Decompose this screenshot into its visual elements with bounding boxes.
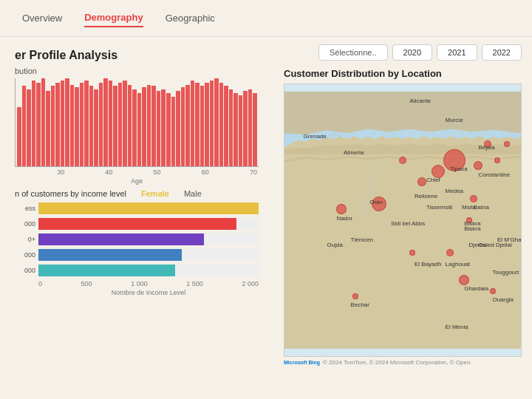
age-bar xyxy=(181,87,185,166)
year-filter-2021[interactable]: 2021 xyxy=(437,44,477,61)
age-bar xyxy=(248,89,253,166)
age-bar xyxy=(128,85,132,166)
age-bar xyxy=(51,86,55,166)
income-bar-label: 000 xyxy=(15,251,35,259)
map-dot xyxy=(504,141,510,147)
left-panel: er Profile Analysis bution 30 40 50 60 7… xyxy=(0,37,273,399)
age-bar xyxy=(214,78,219,166)
year-filter-2022[interactable]: 2022 xyxy=(482,44,522,61)
age-bar xyxy=(61,81,65,166)
income-bar-fill xyxy=(38,233,204,245)
age-bar xyxy=(233,93,238,166)
right-panel: Sélectionne.. 2020 2021 2022 Customer Di… xyxy=(273,37,532,399)
income-bar-row: 000 xyxy=(15,265,259,276)
age-bar xyxy=(151,86,156,166)
income-x-axis: 0 500 1 000 1 500 2 000 xyxy=(38,280,259,287)
map-location-label: Biskra xyxy=(464,220,480,227)
age-bar xyxy=(171,97,176,166)
age-bar xyxy=(205,83,209,166)
header-nav: Overview Demography Geographic xyxy=(0,0,532,37)
age-bar xyxy=(142,87,146,166)
map-dot xyxy=(417,177,426,186)
map-location-label: El Menia xyxy=(446,324,468,330)
income-legend-female: Female xyxy=(141,189,169,198)
map-container[interactable]: AlicanteMurcieTipazaMedeaChlefRelizeneSi… xyxy=(284,83,522,357)
map-location-label: Tipaza xyxy=(450,166,468,172)
age-bar xyxy=(118,83,123,166)
map-location-label: Tlemcen xyxy=(351,236,374,243)
map-location-label: Laghouat xyxy=(446,261,470,267)
bing-logo: Microsoft Bing xyxy=(284,360,320,365)
map-location-label: Almeria xyxy=(344,149,364,156)
age-chart-container: 30 40 50 60 70 Age xyxy=(15,78,259,182)
age-bar xyxy=(27,89,31,166)
map-location-label: El Bayadh xyxy=(415,261,441,267)
age-bar xyxy=(36,83,41,166)
age-bar xyxy=(200,86,205,166)
year-filter-2020[interactable]: 2020 xyxy=(392,44,432,61)
age-bar xyxy=(176,91,180,166)
age-bar xyxy=(46,91,50,166)
income-bar-row: 000 xyxy=(15,249,259,261)
age-bar xyxy=(99,83,103,166)
income-bar-label: 000 xyxy=(15,220,35,228)
map-dots-layer: AlicanteMurcieTipazaMedeaChlefRelizeneSi… xyxy=(284,84,521,356)
income-bar-fill xyxy=(38,249,182,261)
age-axis-label: Age xyxy=(15,177,259,185)
map-dot xyxy=(446,249,454,256)
age-bar xyxy=(195,83,200,166)
age-bar xyxy=(253,93,257,166)
age-bar xyxy=(103,78,108,166)
age-bar xyxy=(75,87,79,166)
nav-geographic[interactable]: Geographic xyxy=(166,10,215,27)
age-bar xyxy=(229,89,233,166)
age-bar xyxy=(84,81,89,166)
income-bar-fill xyxy=(38,218,236,230)
map-location-label: Touggourt xyxy=(493,269,519,276)
income-bar-fill xyxy=(38,265,175,276)
age-bar xyxy=(243,91,248,166)
income-bar-row: 0+ xyxy=(15,233,259,245)
map-location-label: Batna xyxy=(474,204,489,211)
map-location-label: Relizene xyxy=(415,193,437,200)
map-location-label: Murcie xyxy=(446,117,463,123)
map-location-label: Tissemsilt xyxy=(426,204,452,211)
map-dot xyxy=(409,250,415,256)
map-dot xyxy=(399,157,406,164)
year-select-dropdown[interactable]: Sélectionne.. xyxy=(318,44,388,61)
map-location-label: Msila xyxy=(462,204,476,211)
map-location-label: Chlef xyxy=(426,177,440,183)
age-bar xyxy=(17,107,21,166)
map-dot xyxy=(432,165,445,178)
nav-demography[interactable]: Demography xyxy=(84,9,143,27)
map-location-label: Medea xyxy=(446,188,463,194)
age-bar xyxy=(210,81,214,166)
age-bar xyxy=(41,78,46,166)
income-legend-male: Male xyxy=(184,189,202,198)
age-bar xyxy=(123,81,127,166)
age-bar xyxy=(224,86,228,166)
age-bar xyxy=(147,85,151,166)
income-section-title: n of customers by income level Female Ma… xyxy=(15,189,259,198)
map-location-label: Ouargla xyxy=(493,296,514,303)
map-dot xyxy=(470,195,477,202)
map-footer: Microsoft Bing © 2024 TomTom, © 2024 Mic… xyxy=(284,359,522,366)
income-x-label: Nombre de Income Level xyxy=(38,289,259,296)
map-dot xyxy=(490,288,496,294)
map-location-label: Bejaia xyxy=(478,144,494,151)
age-bar xyxy=(89,86,94,166)
age-bar xyxy=(109,81,113,166)
age-bar xyxy=(191,81,195,166)
main-content: er Profile Analysis bution 30 40 50 60 7… xyxy=(0,37,532,399)
income-bar-label: 000 xyxy=(15,267,35,274)
age-bar xyxy=(94,89,98,166)
map-copyright: © 2024 TomTom, © 2024 Microsoft Corporat… xyxy=(323,359,470,366)
age-bar-chart xyxy=(15,78,259,167)
income-bar-chart: ess0000+000000 xyxy=(15,202,259,276)
map-dot xyxy=(474,161,482,170)
map-location-label: Grenade xyxy=(304,133,327,140)
age-bar xyxy=(80,83,84,166)
map-dot xyxy=(494,157,500,163)
nav-overview[interactable]: Overview xyxy=(22,10,62,27)
map-location-label: Constantine xyxy=(478,171,510,178)
